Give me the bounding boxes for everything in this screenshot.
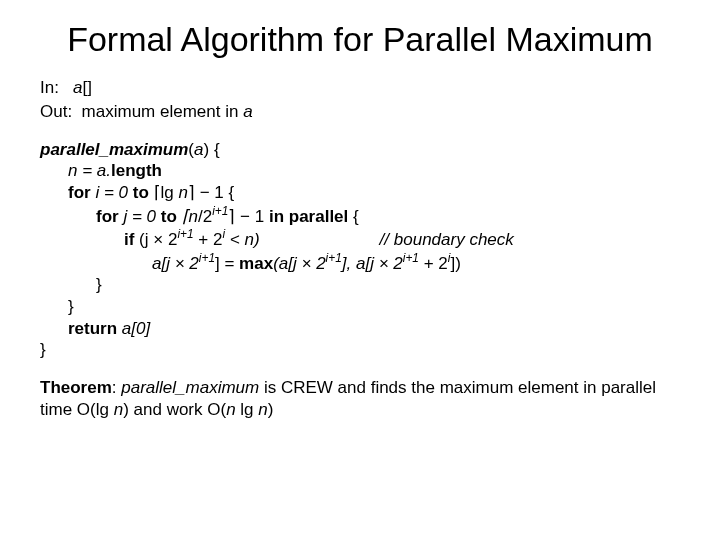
ret-val: a[0] xyxy=(122,319,150,338)
max-kw: max xyxy=(239,253,273,272)
l5-m1: ] = xyxy=(215,253,239,272)
line-if: if (j × 2i+1 + 2i < n)// boundary check xyxy=(40,227,680,250)
t1: : xyxy=(112,378,121,397)
line-n-length: n = a.length xyxy=(40,160,680,182)
l4-e1: i+1 xyxy=(177,227,193,241)
fn-arg: a xyxy=(194,140,203,159)
l5-e2: i+1 xyxy=(326,251,342,265)
t4: lg xyxy=(236,400,259,419)
if-kw: if xyxy=(124,230,139,249)
l2-lg-pre: ⌈lg xyxy=(154,183,179,202)
theorem-fn: parallel_maximum xyxy=(121,378,259,397)
l1-length: length xyxy=(111,161,162,180)
brace-close-fn: } xyxy=(40,339,680,361)
theorem-label: Theorem xyxy=(40,378,112,397)
for-kw-j: for xyxy=(96,207,123,226)
fn-signature: parallel_maximum(a) { xyxy=(40,139,680,161)
boundary-comment: // boundary check xyxy=(380,230,514,249)
l2-body: i = 0 xyxy=(95,183,132,202)
line-for-i: for i = 0 to ⌈lg n⌉ − 1 { xyxy=(40,182,680,204)
to-kw-j: to xyxy=(161,207,182,226)
l2-n: n xyxy=(178,183,187,202)
line-for-j: for j = 0 to ⌈n/2i+1⌉ − 1 in parallel { xyxy=(40,204,680,227)
out-label: Out: xyxy=(40,102,72,121)
return-kw: return xyxy=(68,319,122,338)
brace-close-j: } xyxy=(40,274,680,296)
l3-body: j = 0 xyxy=(123,207,160,226)
io-block: In: a[] Out: maximum element in a xyxy=(40,77,680,123)
l5-e3: i+1 xyxy=(403,251,419,265)
out-var: a xyxy=(243,102,252,121)
l5-e1: i+1 xyxy=(199,251,215,265)
slide-body: In: a[] Out: maximum element in a parall… xyxy=(40,77,680,420)
in-label: In: xyxy=(40,78,59,97)
l1-pre: n = a. xyxy=(68,161,111,180)
t-n3: n xyxy=(258,400,267,419)
out-text: maximum element in xyxy=(82,102,244,121)
l4-p1: (j × 2 xyxy=(139,230,177,249)
t-n1: n xyxy=(114,400,123,419)
fn-open: ) { xyxy=(204,140,220,159)
code-block: parallel_maximum(a) { n = a.length for i… xyxy=(40,139,680,361)
l5-m2: (a[j × 2 xyxy=(273,253,325,272)
slide: Formal Algorithm for Parallel Maximum In… xyxy=(0,0,720,441)
l4-m: + 2 xyxy=(194,230,223,249)
l5-m3: ], a[j × 2 xyxy=(342,253,403,272)
brace-close-i: } xyxy=(40,296,680,318)
l3-n: ⌈n xyxy=(182,207,198,226)
l3-brace: { xyxy=(348,207,358,226)
t-n2: n xyxy=(226,400,235,419)
line-assign: a[j × 2i+1] = max(a[j × 2i+1], a[j × 2i+… xyxy=(40,251,680,274)
for-kw: for xyxy=(68,183,95,202)
l3-div: /2 xyxy=(198,207,212,226)
theorem-block: Theorem: parallel_maximum is CREW and fi… xyxy=(40,377,680,421)
input-line: In: a[] xyxy=(40,77,680,99)
l3-exp: i+1 xyxy=(212,204,228,218)
l5-m4: + 2 xyxy=(419,253,448,272)
l5-p1: a[j × 2 xyxy=(152,253,199,272)
l5-m5: ]) xyxy=(450,253,460,272)
slide-title: Formal Algorithm for Parallel Maximum xyxy=(40,20,680,59)
line-return: return a[0] xyxy=(40,318,680,340)
fn-name: parallel_maximum xyxy=(40,140,188,159)
in-var: a xyxy=(73,78,82,97)
in-suffix: [] xyxy=(83,78,92,97)
to-kw: to xyxy=(133,183,154,202)
t3: ) and work O( xyxy=(123,400,226,419)
l3-ceil: ⌉ − 1 xyxy=(228,207,269,226)
l2-lg-post: ⌉ − 1 { xyxy=(188,183,234,202)
output-line: Out: maximum element in a xyxy=(40,101,680,123)
l4-post: < n) xyxy=(225,230,260,249)
t5: ) xyxy=(268,400,274,419)
in-parallel-kw: in parallel xyxy=(269,207,348,226)
